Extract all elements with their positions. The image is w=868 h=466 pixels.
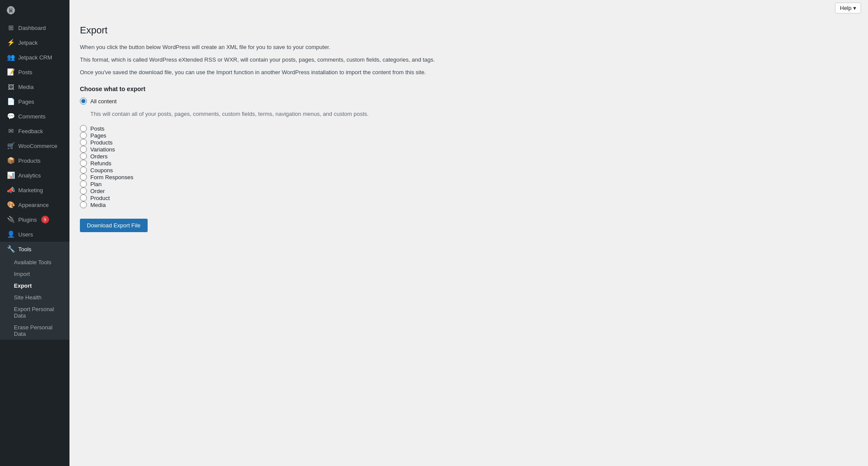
radio-plan[interactable]: Plan: [80, 180, 858, 187]
radio-pages-label: Pages: [90, 132, 106, 139]
sidebar-item-label: Tools: [18, 246, 31, 253]
radio-media[interactable]: Media: [80, 201, 858, 208]
radio-all-content-label: All content: [90, 98, 117, 105]
sidebar-item-label: Jetpack: [18, 39, 38, 46]
comments-icon: 💬: [7, 112, 15, 120]
download-export-button[interactable]: Download Export File: [80, 219, 148, 232]
desc3: Once you've saved the download file, you…: [80, 68, 858, 77]
sidebar-item-label: Feedback: [18, 128, 43, 135]
radio-product-label: Product: [90, 195, 110, 201]
sidebar-item-marketing[interactable]: 📣 Marketing: [0, 183, 69, 197]
tools-submenu: Available ToolsImportExportSite HealthEx…: [0, 256, 69, 340]
sidebar-item-media[interactable]: 🖼 Media: [0, 79, 69, 94]
radio-coupons-input[interactable]: [80, 167, 87, 174]
sidebar-submenu-item-erase-personal-data[interactable]: Erase Personal Data: [0, 322, 69, 340]
radio-media-label: Media: [90, 202, 106, 208]
sidebar-item-label: Analytics: [18, 172, 41, 179]
sidebar: 🅦 ⊞ Dashboard⚡ Jetpack👥 Jetpack CRM📝 Pos…: [0, 0, 69, 466]
radio-products-label: Products: [90, 139, 112, 146]
sidebar-item-label: Users: [18, 231, 33, 238]
radio-product-input[interactable]: [80, 194, 87, 201]
radio-form-responses[interactable]: Form Responses: [80, 174, 858, 180]
sidebar-item-plugins[interactable]: 🔌 Plugins9: [0, 212, 69, 227]
sidebar-item-label: Appearance: [18, 202, 49, 208]
choose-export-heading: Choose what to export: [80, 85, 858, 92]
analytics-icon: 📊: [7, 171, 15, 179]
sidebar-item-users[interactable]: 👤 Users: [0, 227, 69, 242]
sidebar-item-label: Marketing: [18, 187, 43, 194]
radio-orders-input[interactable]: [80, 153, 87, 160]
radio-coupons-label: Coupons: [90, 167, 113, 174]
sidebar-item-analytics[interactable]: 📊 Analytics: [0, 168, 69, 183]
desc1: When you click the button below WordPres…: [80, 43, 858, 52]
sidebar-submenu-item-available-tools[interactable]: Available Tools: [0, 256, 69, 268]
radio-coupons[interactable]: Coupons: [80, 167, 858, 174]
radio-variations[interactable]: Variations: [80, 146, 858, 153]
wp-logo: 🅦: [0, 0, 69, 20]
radio-all-content-input[interactable]: [80, 98, 87, 105]
feedback-icon: ✉: [7, 127, 15, 135]
sidebar-item-label: WooCommerce: [18, 143, 57, 149]
radio-plan-input[interactable]: [80, 180, 87, 187]
radio-all-content[interactable]: All content: [80, 98, 858, 105]
jetpack-icon: ⚡: [7, 39, 15, 46]
dashboard-icon: ⊞: [7, 24, 15, 32]
topbar: Help ▾: [69, 0, 868, 16]
woocommerce-icon: 🛒: [7, 142, 15, 150]
sidebar-item-label: Posts: [18, 69, 33, 75]
sidebar-submenu-item-export-personal-data[interactable]: Export Personal Data: [0, 303, 69, 322]
sidebar-item-posts[interactable]: 📝 Posts: [0, 65, 69, 79]
sidebar-item-jetpack[interactable]: ⚡ Jetpack: [0, 35, 69, 50]
sidebar-item-tools[interactable]: 🔧 Tools: [0, 242, 69, 256]
radio-pages[interactable]: Pages: [80, 132, 858, 139]
export-options: All content This will contain all of you…: [80, 98, 858, 208]
media-icon: 🖼: [7, 83, 15, 91]
radio-product[interactable]: Product: [80, 194, 858, 201]
radio-products[interactable]: Products: [80, 139, 858, 146]
radio-variations-input[interactable]: [80, 146, 87, 153]
radio-refunds-label: Refunds: [90, 160, 111, 167]
sidebar-submenu-item-import[interactable]: Import: [0, 268, 69, 280]
sidebar-submenu-item-site-health[interactable]: Site Health: [0, 292, 69, 303]
plugins-badge: 9: [41, 216, 49, 223]
sidebar-item-feedback[interactable]: ✉ Feedback: [0, 124, 69, 138]
radio-products-input[interactable]: [80, 139, 87, 146]
radio-form-responses-label: Form Responses: [90, 174, 133, 180]
sidebar-item-pages[interactable]: 📄 Pages: [0, 94, 69, 109]
radio-media-input[interactable]: [80, 201, 87, 208]
sidebar-item-jetpack-crm[interactable]: 👥 Jetpack CRM: [0, 50, 69, 65]
sidebar-item-dashboard[interactable]: ⊞ Dashboard: [0, 20, 69, 35]
sidebar-submenu-item-export[interactable]: Export: [0, 280, 69, 292]
export-page: Export When you click the button below W…: [69, 16, 868, 466]
radio-plan-label: Plan: [90, 181, 102, 187]
radio-form-responses-input[interactable]: [80, 174, 87, 180]
radio-variations-label: Variations: [90, 146, 115, 153]
radio-posts-input[interactable]: [80, 125, 87, 132]
radio-order-input[interactable]: [80, 187, 87, 194]
radio-posts-label: Posts: [90, 125, 105, 132]
radio-orders[interactable]: Orders: [80, 153, 858, 160]
radio-refunds-input[interactable]: [80, 160, 87, 167]
page-title: Export: [80, 25, 858, 36]
pages-icon: 📄: [7, 98, 15, 105]
radio-refunds[interactable]: Refunds: [80, 160, 858, 167]
sidebar-item-appearance[interactable]: 🎨 Appearance: [0, 197, 69, 212]
radio-order[interactable]: Order: [80, 187, 858, 194]
radio-posts[interactable]: Posts: [80, 125, 858, 132]
sidebar-item-label: Pages: [18, 98, 34, 105]
radio-order-label: Order: [90, 188, 105, 194]
sidebar-item-label: Dashboard: [18, 25, 46, 31]
sidebar-item-woocommerce[interactable]: 🛒 WooCommerce: [0, 138, 69, 153]
plugins-icon: 🔌: [7, 216, 15, 223]
tools-icon: 🔧: [7, 245, 15, 253]
sidebar-item-products[interactable]: 📦 Products: [0, 153, 69, 168]
sidebar-item-comments[interactable]: 💬 Comments: [0, 109, 69, 124]
appearance-icon: 🎨: [7, 201, 15, 209]
users-icon: 👤: [7, 230, 15, 238]
sidebar-item-label: Plugins: [18, 217, 37, 223]
wp-icon: 🅦: [7, 6, 16, 16]
radio-pages-input[interactable]: [80, 132, 87, 139]
help-button[interactable]: Help ▾: [835, 3, 861, 13]
sidebar-item-label: Jetpack CRM: [18, 54, 52, 61]
sidebar-item-label: Products: [18, 158, 40, 164]
